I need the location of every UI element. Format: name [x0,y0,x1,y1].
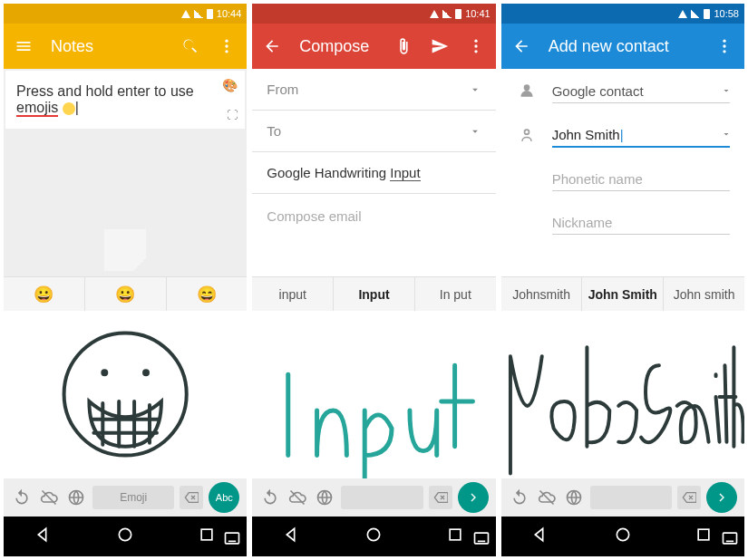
globe-icon[interactable] [563,487,585,508]
app-title: Compose [299,37,375,56]
recents-icon[interactable] [695,526,713,547]
undo-icon[interactable] [509,487,530,508]
nav-bar [252,517,495,556]
handwriting-canvas[interactable] [4,311,247,478]
svg-point-1 [226,44,228,47]
suggestion-3[interactable]: In put [415,277,496,311]
name-row[interactable]: John Smith| [501,112,744,157]
ime-icon[interactable] [721,529,735,544]
chevron-down-icon[interactable] [721,127,730,136]
status-bar: 10:44 [4,4,247,24]
chevron-down-icon [469,125,481,138]
handwriting-canvas[interactable] [252,311,495,478]
attach-icon[interactable] [394,37,413,55]
nickname-row[interactable]: Nickname [501,200,744,244]
send-icon[interactable] [431,37,449,55]
cell-icon [194,9,203,18]
recents-icon[interactable] [198,526,216,547]
overflow-icon[interactable] [218,37,236,55]
suggestion-1[interactable]: 😀 [4,277,85,311]
suggestion-1[interactable]: Johnsmith [501,277,583,311]
subject-field[interactable]: Google Handwriting Input [252,152,495,194]
back-arrow-icon[interactable] [512,37,530,55]
compose-content: From To Google Handwriting Input Compose… [252,69,495,276]
cloud-off-icon[interactable] [287,487,308,508]
mode-button[interactable]: Abc [209,482,239,513]
suggestion-2[interactable]: 😀 [85,277,167,311]
search-icon[interactable] [181,37,199,55]
backspace-icon[interactable] [180,486,203,509]
status-bar: 10:58 [501,4,744,24]
backspace-icon[interactable] [677,486,701,509]
svg-point-20 [523,84,529,91]
handwriting-canvas[interactable] [501,311,744,478]
backspace-icon[interactable] [429,486,452,509]
svg-point-11 [474,44,477,47]
from-field[interactable]: From [252,69,495,111]
app-bar: Notes [4,24,247,69]
undo-icon[interactable] [11,487,33,508]
globe-icon[interactable] [314,487,335,508]
suggestion-2[interactable]: John Smith [582,277,664,311]
home-icon[interactable] [116,526,134,547]
keyboard-toolbar [501,478,744,517]
signal-icon [678,10,687,18]
svg-rect-24 [698,529,709,540]
home-icon[interactable] [614,526,632,547]
note-placeholder-icon [104,229,146,271]
undo-icon[interactable] [259,487,281,508]
to-field[interactable]: To [252,111,495,152]
name-field[interactable]: John Smith| [552,121,730,148]
svg-point-3 [64,333,187,455]
note-card[interactable]: Press and hold enter to use emojis | 🎨 ⛶ [5,71,245,129]
note-line1: Press and hold enter to use [16,83,194,99]
spacebar[interactable]: Emoji [92,486,174,509]
next-button[interactable] [706,482,737,513]
keyboard-toolbar: Emoji Abc [4,478,247,517]
back-icon[interactable] [284,526,302,547]
phone-notes: 10:44 Notes Press and hold enter to use … [4,4,247,556]
ime-icon[interactable] [223,529,238,544]
home-icon[interactable] [364,526,383,547]
next-button[interactable] [458,482,489,513]
menu-icon[interactable] [15,37,33,55]
spacebar[interactable] [341,486,423,509]
phone-contacts: 10:58 Add new contact Google contact Joh… [501,4,744,556]
suggestion-3[interactable]: 😄 [167,277,248,311]
overflow-icon[interactable] [467,37,485,55]
svg-point-0 [226,40,228,43]
app-title: Notes [51,37,163,56]
clock: 10:41 [465,8,491,19]
signal-icon [430,10,439,18]
body-field[interactable]: Compose email [252,194,495,238]
globe-icon[interactable] [65,487,87,508]
nickname-field[interactable]: Nickname [552,209,730,235]
back-icon[interactable] [532,526,550,547]
svg-rect-15 [450,529,461,540]
cloud-off-icon[interactable] [38,487,60,508]
phone-gmail: 10:41 Compose From To Google Handwriting… [252,4,495,556]
back-arrow-icon[interactable] [263,37,281,55]
back-icon[interactable] [35,526,53,547]
cloud-off-icon[interactable] [536,487,558,508]
suggestion-2[interactable]: Input [334,277,415,311]
nav-bar [4,517,247,556]
suggestion-3[interactable]: John smith [664,277,744,311]
phonetic-row[interactable]: Phonetic name [501,157,744,200]
spacebar[interactable] [590,486,672,509]
palette-icon[interactable]: 🎨 [222,78,238,92]
nav-bar [501,517,744,556]
phonetic-field[interactable]: Phonetic name [552,166,730,191]
account-field[interactable]: Google contact [552,78,730,103]
ime-icon[interactable] [472,529,487,544]
recents-icon[interactable] [446,526,464,547]
app-title: Add new contact [549,37,697,56]
account-row[interactable]: Google contact [501,69,744,112]
svg-point-23 [617,528,628,540]
fullscreen-icon[interactable]: ⛶ [227,109,238,121]
overflow-icon[interactable] [715,37,733,55]
suggestion-1[interactable]: input [252,277,334,311]
status-bar: 10:41 [252,4,495,24]
notes-content: Press and hold enter to use emojis | 🎨 ⛶ [4,69,247,276]
cell-icon [442,9,452,18]
